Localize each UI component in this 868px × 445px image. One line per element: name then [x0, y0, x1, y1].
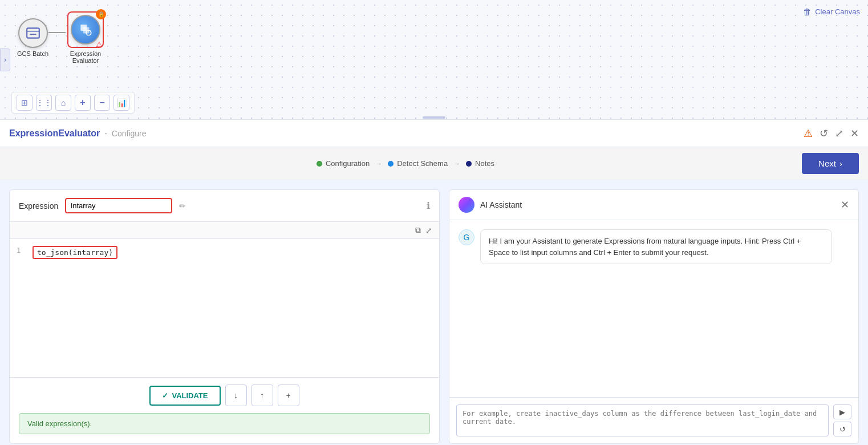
ai-message-welcome: G Hi! I am your Assistant to generate Ex…	[459, 229, 849, 264]
validate-button[interactable]: ✓ VALIDATE	[149, 386, 220, 406]
configure-actions: ⚠ ↺ ⤢ ✕	[804, 127, 859, 140]
stepper: Configuration → Detect Schema → Notes	[9, 159, 802, 168]
expression-header: Expression ✏ ℹ	[10, 190, 439, 222]
ai-header: AI Assistant ✕	[449, 190, 858, 220]
ai-send-button[interactable]: ▶	[833, 404, 851, 419]
step-dot-notes	[466, 161, 472, 167]
node-connector	[48, 32, 66, 33]
toolbar-home-btn[interactable]: ⌂	[55, 95, 71, 111]
download-button[interactable]: ↓	[225, 385, 247, 406]
resize-handle[interactable]	[420, 116, 448, 119]
step-dot-detect-schema	[388, 161, 394, 167]
ai-title: AI Assistant	[459, 197, 522, 213]
ai-avatar: G	[459, 229, 474, 245]
info-icon[interactable]: ℹ	[427, 200, 430, 211]
step-detect-schema: Detect Schema	[388, 159, 448, 168]
canvas-area: › GCS Batch 🔒	[0, 0, 868, 120]
expression-panel: Expression ✏ ℹ ⧉ ⤢ 1 to_json(intarray) ✓…	[9, 189, 440, 444]
code-editor[interactable]: 1 to_json(intarray)	[10, 239, 439, 377]
node-warning-badge: ⚠	[96, 40, 105, 49]
ai-welcome-bubble: Hi! I am your Assistant to generate Expr…	[480, 229, 832, 264]
upload-button[interactable]: ↑	[252, 385, 273, 406]
toolbar-grid-btn[interactable]: ⊞	[17, 95, 33, 111]
pipeline-nodes: GCS Batch 🔒 ⚠ Expre	[17, 11, 106, 64]
ai-logo-icon	[459, 197, 474, 213]
expand-icon-button[interactable]: ⤢	[835, 127, 843, 140]
configure-separator: -	[104, 129, 107, 138]
step-notes: Notes	[466, 159, 494, 168]
ai-send-buttons: ▶ ↺	[833, 404, 851, 436]
step-dot-configuration	[317, 161, 322, 167]
plugin-name: ExpressionEvaluator	[9, 128, 100, 139]
step-configuration: Configuration	[317, 159, 370, 168]
warning-icon-button[interactable]: ⚠	[804, 127, 813, 140]
ai-refresh-button[interactable]: ↺	[833, 422, 851, 436]
next-button[interactable]: Next ›	[802, 153, 859, 174]
main-content: Expression ✏ ℹ ⧉ ⤢ 1 to_json(intarray) ✓…	[0, 180, 868, 445]
action-buttons: ✓ VALIDATE ↓ ↑ +	[10, 377, 439, 413]
canvas-toolbar: ⊞ ⋮⋮ ⌂ + − 📊	[11, 92, 135, 114]
code-content-1[interactable]: to_json(intarray)	[33, 246, 117, 259]
undo-icon-button[interactable]: ↺	[820, 127, 828, 140]
node-badge-lock: 🔒	[96, 9, 106, 19]
clear-canvas-button[interactable]: 🗑 Clear Canvas	[803, 7, 860, 17]
toolbar-add-btn[interactable]: +	[75, 95, 91, 111]
add-expression-button[interactable]: +	[278, 385, 299, 406]
close-icon-button[interactable]: ✕	[850, 127, 859, 140]
ai-input-area: ▶ ↺	[449, 397, 858, 443]
configure-header: ExpressionEvaluator - Configure ⚠ ↺ ⤢ ✕	[0, 120, 868, 147]
trash-icon: 🗑	[803, 7, 812, 17]
code-line-1: 1 to_json(intarray)	[17, 246, 432, 259]
sidebar-toggle[interactable]: ›	[0, 48, 10, 71]
ai-panel: AI Assistant ✕ G Hi! I am your Assistant…	[449, 189, 859, 444]
ai-input-field[interactable]	[456, 404, 829, 436]
stepper-bar: Configuration → Detect Schema → Notes Ne…	[0, 147, 868, 180]
validation-result: Valid expression(s).	[19, 413, 430, 434]
expression-label: Expression	[19, 201, 58, 211]
expression-name-input[interactable]	[65, 198, 172, 213]
line-number-1: 1	[17, 246, 26, 254]
node-gcs-batch[interactable]: GCS Batch	[17, 18, 48, 57]
edit-icon[interactable]: ✏	[179, 201, 186, 211]
toolbar-chart-btn[interactable]: 📊	[113, 95, 129, 111]
svg-rect-0	[27, 28, 39, 38]
code-area-header: ⧉ ⤢	[10, 222, 439, 239]
checkmark-icon: ✓	[162, 391, 168, 400]
next-arrow-icon: ›	[839, 159, 842, 168]
ai-message-area: G Hi! I am your Assistant to generate Ex…	[449, 220, 858, 397]
copy-icon-button[interactable]: ⧉	[415, 225, 421, 235]
node-expression-evaluator[interactable]: 🔒 ⚠ Expression Evaluator	[66, 11, 106, 64]
fullscreen-icon-button[interactable]: ⤢	[425, 225, 432, 235]
configure-title: ExpressionEvaluator - Configure	[9, 128, 147, 139]
configure-sublabel: Configure	[112, 129, 147, 138]
toolbar-dots-btn[interactable]: ⋮⋮	[36, 95, 52, 111]
ai-close-button[interactable]: ✕	[841, 199, 849, 211]
toolbar-minus-btn[interactable]: −	[94, 95, 110, 111]
